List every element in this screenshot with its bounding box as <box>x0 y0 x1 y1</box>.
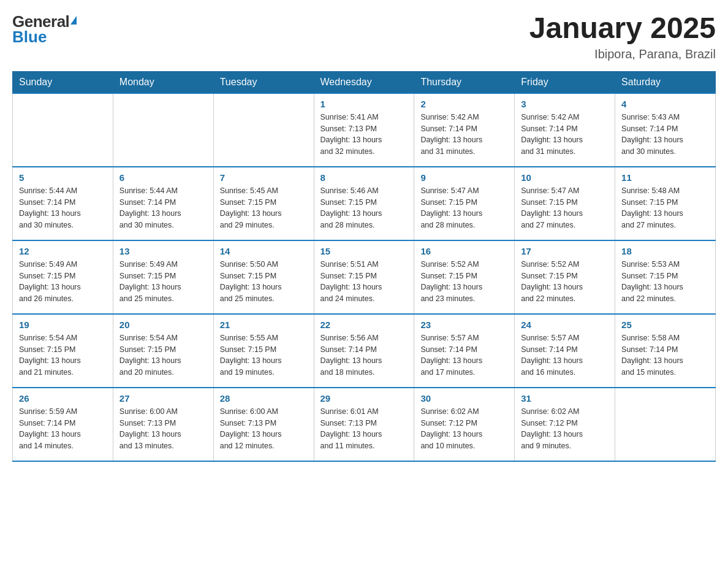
day-cell: 24Sunrise: 5:57 AM Sunset: 7:14 PM Dayli… <box>515 314 615 388</box>
day-info: Sunrise: 5:42 AM Sunset: 7:14 PM Dayligh… <box>420 112 508 158</box>
day-info: Sunrise: 5:50 AM Sunset: 7:15 PM Dayligh… <box>220 259 308 305</box>
logo-triangle-icon <box>70 16 77 25</box>
day-cell <box>615 388 716 461</box>
day-cell: 5Sunrise: 5:44 AM Sunset: 7:14 PM Daylig… <box>13 167 113 240</box>
day-number: 31 <box>521 393 609 404</box>
week-row-2: 5Sunrise: 5:44 AM Sunset: 7:14 PM Daylig… <box>13 167 716 240</box>
day-info: Sunrise: 5:47 AM Sunset: 7:15 PM Dayligh… <box>420 185 508 231</box>
day-info: Sunrise: 6:02 AM Sunset: 7:12 PM Dayligh… <box>420 406 508 452</box>
day-number: 29 <box>320 393 408 404</box>
day-number: 21 <box>220 320 308 330</box>
day-number: 5 <box>19 172 107 183</box>
day-cell: 11Sunrise: 5:48 AM Sunset: 7:15 PM Dayli… <box>615 167 716 240</box>
day-cell: 23Sunrise: 5:57 AM Sunset: 7:14 PM Dayli… <box>414 314 515 388</box>
day-number: 13 <box>119 246 207 256</box>
day-cell: 2Sunrise: 5:42 AM Sunset: 7:14 PM Daylig… <box>414 93 515 167</box>
day-cell: 4Sunrise: 5:43 AM Sunset: 7:14 PM Daylig… <box>615 93 716 167</box>
day-info: Sunrise: 5:43 AM Sunset: 7:14 PM Dayligh… <box>621 112 709 158</box>
day-cell: 7Sunrise: 5:45 AM Sunset: 7:15 PM Daylig… <box>213 167 314 240</box>
day-info: Sunrise: 6:02 AM Sunset: 7:12 PM Dayligh… <box>521 406 609 452</box>
day-info: Sunrise: 5:51 AM Sunset: 7:15 PM Dayligh… <box>320 259 408 305</box>
calendar-header: SundayMondayTuesdayWednesdayThursdayFrid… <box>13 71 716 93</box>
day-cell: 8Sunrise: 5:46 AM Sunset: 7:15 PM Daylig… <box>314 167 414 240</box>
day-info: Sunrise: 5:42 AM Sunset: 7:14 PM Dayligh… <box>521 112 609 158</box>
page-header: General Blue January 2025 Ibipora, Paran… <box>12 12 716 61</box>
day-info: Sunrise: 5:53 AM Sunset: 7:15 PM Dayligh… <box>621 259 709 305</box>
day-number: 20 <box>119 320 207 330</box>
week-row-4: 19Sunrise: 5:54 AM Sunset: 7:15 PM Dayli… <box>13 314 716 388</box>
day-number: 16 <box>420 246 508 256</box>
day-number: 12 <box>19 246 107 256</box>
day-cell: 19Sunrise: 5:54 AM Sunset: 7:15 PM Dayli… <box>13 314 113 388</box>
day-cell: 27Sunrise: 6:00 AM Sunset: 7:13 PM Dayli… <box>113 388 213 461</box>
day-cell <box>213 93 314 167</box>
day-info: Sunrise: 5:54 AM Sunset: 7:15 PM Dayligh… <box>119 332 207 378</box>
header-cell-tuesday: Tuesday <box>213 71 314 93</box>
week-row-5: 26Sunrise: 5:59 AM Sunset: 7:14 PM Dayli… <box>13 388 716 461</box>
day-number: 22 <box>320 320 408 330</box>
day-info: Sunrise: 6:01 AM Sunset: 7:13 PM Dayligh… <box>320 406 408 452</box>
day-cell: 9Sunrise: 5:47 AM Sunset: 7:15 PM Daylig… <box>414 167 515 240</box>
day-info: Sunrise: 5:58 AM Sunset: 7:14 PM Dayligh… <box>621 332 709 378</box>
day-number: 11 <box>621 172 709 183</box>
day-info: Sunrise: 5:46 AM Sunset: 7:15 PM Dayligh… <box>320 185 408 231</box>
day-info: Sunrise: 5:44 AM Sunset: 7:14 PM Dayligh… <box>119 185 207 231</box>
day-cell: 31Sunrise: 6:02 AM Sunset: 7:12 PM Dayli… <box>515 388 615 461</box>
day-number: 23 <box>420 320 508 330</box>
day-number: 6 <box>119 172 207 183</box>
day-number: 18 <box>621 246 709 256</box>
day-number: 2 <box>420 99 508 109</box>
day-cell: 21Sunrise: 5:55 AM Sunset: 7:15 PM Dayli… <box>213 314 314 388</box>
day-info: Sunrise: 5:52 AM Sunset: 7:15 PM Dayligh… <box>521 259 609 305</box>
day-info: Sunrise: 5:57 AM Sunset: 7:14 PM Dayligh… <box>521 332 609 378</box>
day-info: Sunrise: 5:44 AM Sunset: 7:14 PM Dayligh… <box>19 185 107 231</box>
day-cell <box>113 93 213 167</box>
day-number: 26 <box>19 393 107 404</box>
day-info: Sunrise: 5:45 AM Sunset: 7:15 PM Dayligh… <box>220 185 308 231</box>
day-info: Sunrise: 5:47 AM Sunset: 7:15 PM Dayligh… <box>521 185 609 231</box>
day-info: Sunrise: 5:41 AM Sunset: 7:13 PM Dayligh… <box>320 112 408 158</box>
day-cell: 12Sunrise: 5:49 AM Sunset: 7:15 PM Dayli… <box>13 240 113 314</box>
day-info: Sunrise: 5:48 AM Sunset: 7:15 PM Dayligh… <box>621 185 709 231</box>
day-cell: 20Sunrise: 5:54 AM Sunset: 7:15 PM Dayli… <box>113 314 213 388</box>
day-number: 28 <box>220 393 308 404</box>
day-cell: 3Sunrise: 5:42 AM Sunset: 7:14 PM Daylig… <box>515 93 615 167</box>
day-number: 3 <box>521 99 609 109</box>
day-cell: 6Sunrise: 5:44 AM Sunset: 7:14 PM Daylig… <box>113 167 213 240</box>
header-cell-thursday: Thursday <box>414 71 515 93</box>
day-cell: 25Sunrise: 5:58 AM Sunset: 7:14 PM Dayli… <box>615 314 716 388</box>
header-cell-friday: Friday <box>515 71 615 93</box>
day-number: 19 <box>19 320 107 330</box>
day-info: Sunrise: 5:54 AM Sunset: 7:15 PM Dayligh… <box>19 332 107 378</box>
day-cell: 10Sunrise: 5:47 AM Sunset: 7:15 PM Dayli… <box>515 167 615 240</box>
day-cell: 1Sunrise: 5:41 AM Sunset: 7:13 PM Daylig… <box>314 93 414 167</box>
calendar-subtitle: Ibipora, Parana, Brazil <box>529 47 716 61</box>
calendar-table: SundayMondayTuesdayWednesdayThursdayFrid… <box>12 71 716 462</box>
day-info: Sunrise: 5:49 AM Sunset: 7:15 PM Dayligh… <box>119 259 207 305</box>
day-number: 8 <box>320 172 408 183</box>
header-cell-sunday: Sunday <box>13 71 113 93</box>
logo-blue-text: Blue <box>12 28 47 47</box>
day-cell: 26Sunrise: 5:59 AM Sunset: 7:14 PM Dayli… <box>13 388 113 461</box>
day-cell: 28Sunrise: 6:00 AM Sunset: 7:13 PM Dayli… <box>213 388 314 461</box>
day-number: 15 <box>320 246 408 256</box>
header-cell-monday: Monday <box>113 71 213 93</box>
day-number: 14 <box>220 246 308 256</box>
day-cell: 29Sunrise: 6:01 AM Sunset: 7:13 PM Dayli… <box>314 388 414 461</box>
header-cell-wednesday: Wednesday <box>314 71 414 93</box>
header-row: SundayMondayTuesdayWednesdayThursdayFrid… <box>13 71 716 93</box>
day-cell: 18Sunrise: 5:53 AM Sunset: 7:15 PM Dayli… <box>615 240 716 314</box>
day-info: Sunrise: 6:00 AM Sunset: 7:13 PM Dayligh… <box>119 406 207 452</box>
day-number: 9 <box>420 172 508 183</box>
day-info: Sunrise: 5:55 AM Sunset: 7:15 PM Dayligh… <box>220 332 308 378</box>
logo: General Blue <box>12 12 77 47</box>
day-number: 30 <box>420 393 508 404</box>
day-number: 4 <box>621 99 709 109</box>
day-number: 7 <box>220 172 308 183</box>
day-number: 10 <box>521 172 609 183</box>
calendar-title: January 2025 <box>529 12 716 45</box>
day-cell: 30Sunrise: 6:02 AM Sunset: 7:12 PM Dayli… <box>414 388 515 461</box>
day-cell: 13Sunrise: 5:49 AM Sunset: 7:15 PM Dayli… <box>113 240 213 314</box>
day-info: Sunrise: 5:49 AM Sunset: 7:15 PM Dayligh… <box>19 259 107 305</box>
week-row-1: 1Sunrise: 5:41 AM Sunset: 7:13 PM Daylig… <box>13 93 716 167</box>
